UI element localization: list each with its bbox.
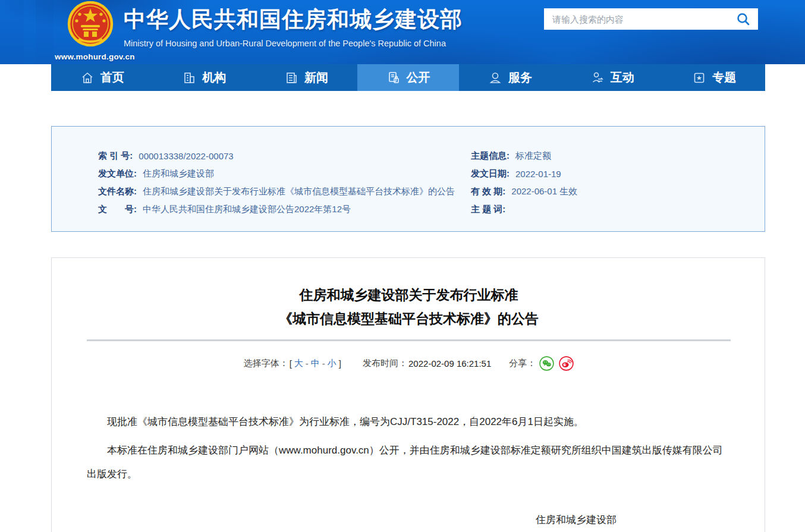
info-label: 有 效 期: bbox=[471, 186, 505, 197]
dash: - bbox=[322, 358, 325, 369]
nav-label: 机构 bbox=[202, 70, 226, 86]
nav-item-disclosure[interactable]: 公开 bbox=[357, 64, 460, 91]
article-title-line1: 住房和城乡建设部关于发布行业标准 bbox=[87, 283, 731, 307]
nav-label: 专题 bbox=[712, 70, 736, 86]
organization-icon bbox=[182, 71, 196, 85]
info-row-issuing-unit: 发文单位: 住房和城乡建设部 bbox=[98, 165, 471, 182]
title-separator bbox=[87, 339, 731, 341]
signature-block: 住房和城乡建设部 2022年1月19日 bbox=[505, 510, 647, 532]
info-value: 住房和城乡建设部关于发布行业标准《城市信息模型基础平台技术标准》的公告 bbox=[143, 186, 455, 197]
info-row-index-number: 索 引 号: 000013338/2022-00073 bbox=[98, 147, 471, 165]
article-body: 现批准《城市信息模型基础平台技术标准》为行业标准，编号为CJJ/T315-202… bbox=[87, 410, 731, 486]
article-title: 住房和城乡建设部关于发布行业标准 《城市信息模型基础平台技术标准》的公告 bbox=[87, 283, 731, 330]
info-row-validity: 有 效 期: 2022-06-01 生效 bbox=[471, 182, 741, 200]
info-label: 主 题 词: bbox=[471, 204, 505, 215]
search-box bbox=[544, 8, 758, 30]
document-info-box: 索 引 号: 000013338/2022-00073 发文单位: 住房和城乡建… bbox=[51, 126, 765, 232]
font-size-small-button[interactable]: 小 bbox=[328, 358, 337, 369]
font-size-medium-button[interactable]: 中 bbox=[311, 358, 320, 369]
info-row-topic-info: 主题信息: 标准定额 bbox=[471, 147, 741, 165]
dash: - bbox=[306, 358, 309, 369]
topics-icon bbox=[692, 71, 706, 85]
article-paragraph: 本标准在住房和城乡建设部门户网站（www.mohurd.gov.cn）公开，并由… bbox=[87, 439, 731, 486]
info-row-document-name: 文件名称: 住房和城乡建设部关于发布行业标准《城市信息模型基础平台技术标准》的公… bbox=[98, 182, 471, 200]
article-meta-row: 选择字体： [ 大 - 中 - 小 ] 发布时间： 2022-02-09 16:… bbox=[87, 356, 731, 371]
info-label: 文件名称: bbox=[98, 186, 137, 197]
main-nav: 首页 机构 新闻 公开 服务 互动 bbox=[51, 64, 765, 91]
site-title: 中华人民共和国住房和城乡建设部 bbox=[124, 5, 463, 34]
info-row-keywords: 主 题 词: bbox=[471, 200, 741, 218]
info-label: 发文单位: bbox=[98, 168, 137, 180]
publish-time-value: 2022-02-09 16:21:51 bbox=[408, 358, 491, 369]
service-icon bbox=[488, 71, 502, 85]
bracket-open: [ bbox=[290, 358, 292, 369]
search-button[interactable] bbox=[735, 11, 751, 27]
publish-time-label: 发布时间： bbox=[363, 358, 407, 369]
nav-label: 新闻 bbox=[304, 70, 328, 86]
info-value: 住房和城乡建设部 bbox=[143, 168, 214, 180]
info-label: 索 引 号: bbox=[98, 150, 133, 162]
info-value: 标准定额 bbox=[515, 150, 551, 162]
article-card: 住房和城乡建设部关于发布行业标准 《城市信息模型基础平台技术标准》的公告 选择字… bbox=[51, 257, 765, 532]
home-icon bbox=[80, 71, 95, 85]
national-emblem-logo bbox=[64, 1, 117, 48]
info-label: 文 号: bbox=[98, 204, 137, 215]
site-url: www.mohurd.gov.cn bbox=[55, 52, 132, 61]
weibo-share-icon[interactable] bbox=[559, 356, 574, 371]
info-value: 2022-06-01 生效 bbox=[511, 186, 577, 197]
nav-item-organization[interactable]: 机构 bbox=[153, 64, 256, 91]
news-icon bbox=[284, 71, 298, 85]
info-value: 中华人民共和国住房和城乡建设部公告2022年第12号 bbox=[143, 204, 351, 215]
font-size-large-button[interactable]: 大 bbox=[294, 358, 303, 369]
nav-label: 公开 bbox=[407, 70, 430, 86]
signature-org: 住房和城乡建设部 bbox=[505, 510, 647, 530]
nav-label: 首页 bbox=[100, 70, 124, 86]
search-icon bbox=[736, 12, 750, 26]
info-value: 000013338/2022-00073 bbox=[139, 151, 233, 161]
article-title-line2: 《城市信息模型基础平台技术标准》的公告 bbox=[87, 307, 731, 330]
info-row-document-number: 文 号: 中华人民共和国住房和城乡建设部公告2022年第12号 bbox=[98, 200, 471, 218]
nav-item-interaction[interactable]: 互动 bbox=[561, 64, 664, 91]
nav-item-topics[interactable]: 专题 bbox=[663, 64, 765, 91]
nav-item-news[interactable]: 新闻 bbox=[255, 64, 357, 91]
nav-item-service[interactable]: 服务 bbox=[459, 64, 561, 91]
info-value: 2022-01-19 bbox=[515, 169, 561, 179]
disclosure-icon bbox=[386, 71, 401, 85]
bracket-close: ] bbox=[339, 358, 341, 369]
interaction-icon bbox=[590, 71, 605, 85]
nav-label: 互动 bbox=[611, 70, 634, 86]
info-label: 主题信息: bbox=[471, 150, 510, 162]
site-subtitle: Ministry of Housing and Urban-Rural Deve… bbox=[124, 39, 463, 48]
article-paragraph: 现批准《城市信息模型基础平台技术标准》为行业标准，编号为CJJ/T315-202… bbox=[87, 410, 731, 434]
search-input[interactable] bbox=[552, 14, 735, 24]
site-header: www.mohurd.gov.cn 中华人民共和国住房和城乡建设部 Minist… bbox=[0, 0, 805, 64]
info-label: 发文日期: bbox=[471, 168, 510, 180]
wechat-share-icon[interactable] bbox=[539, 356, 554, 371]
font-select-label: 选择字体： bbox=[244, 358, 288, 369]
info-row-issue-date: 发文日期: 2022-01-19 bbox=[471, 165, 741, 182]
nav-item-home[interactable]: 首页 bbox=[51, 64, 153, 91]
nav-label: 服务 bbox=[508, 70, 532, 86]
share-label: 分享： bbox=[509, 358, 536, 369]
